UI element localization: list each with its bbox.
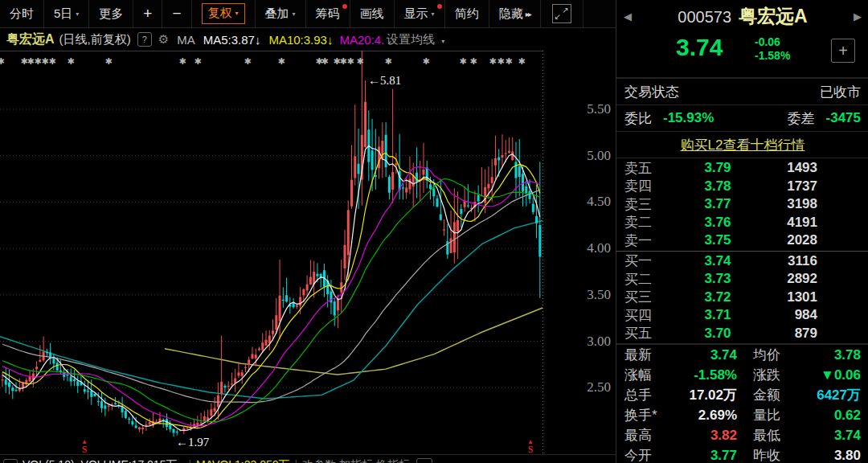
event-marker-icon[interactable]: ✱ (459, 56, 466, 66)
l2-link[interactable]: 购买L2查看十档行情 (681, 136, 805, 154)
weibi-value: -15.93% (663, 110, 714, 126)
weibi-row: 委比 -15.93% 委差 -3475 (616, 105, 868, 131)
overlay-button[interactable]: 叠加▾ (256, 0, 306, 27)
price-tick: 2.50 (553, 379, 611, 395)
event-marker-icon[interactable]: ✱ (27, 56, 34, 66)
ma-group-label: MA (177, 33, 195, 47)
event-marker-icon[interactable]: ✱ (277, 56, 285, 66)
price-tick: 3.50 (553, 287, 611, 303)
ask-row[interactable]: 卖二3.764191 (616, 214, 868, 232)
notification-dot (342, 4, 347, 9)
expand-icon: ↗↙ (552, 4, 571, 23)
event-marker-icon[interactable]: ✱ (356, 56, 363, 66)
ask-row[interactable]: 卖三3.773198 (616, 195, 868, 214)
tab-more[interactable]: 更多 (89, 0, 133, 27)
ask-row[interactable]: 卖一3.752028 (616, 232, 868, 250)
next-stock-arrow[interactable]: ▶ (854, 10, 862, 23)
stat-涨跌: 涨跌▼0.06 (745, 365, 868, 385)
tab-5day[interactable]: 5日▾ (44, 0, 89, 27)
bid-row[interactable]: 买四3.71984 (616, 306, 868, 325)
draw-line-button[interactable]: 画线 (350, 0, 395, 27)
weicha-value: -3475 (826, 110, 861, 126)
app-window: 分时5日▾更多+−复权▾叠加▾筹码画线显示▾简约隐藏▸▸↗↙ 粤宏远A (日线,… (0, 0, 868, 463)
stock-code: 000573 (678, 8, 731, 26)
collapse-icon[interactable]: ⌄ (416, 458, 432, 463)
expand-icon[interactable]: ↗↙ (541, 0, 583, 27)
chart-mode-label: (日线,前复权) (59, 32, 131, 47)
trade-status-value: 已收市 (820, 83, 861, 101)
quote-stats: 最新3.74均价3.78涨幅-1.58%涨跌▼0.06总手17.02万金额642… (616, 345, 868, 463)
simple-mode-button[interactable]: 简约 (445, 0, 489, 27)
event-marker-icon[interactable]: ✱ (48, 56, 55, 66)
event-marker-icon[interactable]: ✱ (321, 56, 328, 66)
volume-pane-header: VOL(5,10) VOLUME:17.015万 | MAVOL1:23.050… (0, 454, 619, 463)
event-marker-icon[interactable]: ✱ (505, 56, 512, 66)
candlestick-chart[interactable]: ✱✱✱✱✱✱✱✱✱✱✱✱✱✱✱✱✱✱✱✱✱✱✱✱✱✱▲S▲S←5.81←1.97 (0, 51, 547, 455)
quote-panel: ◀ 000573粤宏远A ▶ 3.74 -0.06-1.58% + 交易状态 已… (616, 0, 868, 463)
price-tick: 4.50 (553, 194, 611, 210)
bid-row[interactable]: 买三3.721301 (616, 289, 868, 307)
event-marker-icon[interactable]: ✱ (104, 56, 112, 66)
indicator-toggle-icon[interactable] (3, 459, 18, 463)
ask-row[interactable]: 卖四3.781737 (616, 178, 868, 196)
stock-name: 粤宏远A (739, 6, 808, 27)
ma10-legend: MA10:3.93↓ (268, 33, 333, 47)
prev-stock-arrow[interactable]: ◀ (624, 10, 632, 23)
toolbar: 分时5日▾更多+−复权▾叠加▾筹码画线显示▾简约隐藏▸▸↗↙ (0, 0, 616, 28)
event-marker-icon[interactable]: ✱ (67, 56, 74, 66)
stat-最新: 最新3.74 (616, 345, 745, 365)
mavol-value: MAVOL1:23.050万 (196, 458, 289, 463)
ask-row[interactable]: 卖五3.791493 (616, 159, 868, 178)
ma5-legend: MA5:3.87↓ (203, 33, 261, 47)
event-marker-icon[interactable]: ✱ (41, 56, 48, 66)
tab-minute-chart[interactable]: 分时 (0, 0, 44, 27)
double-arrow-icon: ▸▸ (526, 10, 530, 18)
event-marker-icon[interactable]: ✱ (0, 56, 5, 66)
zoom-in-button[interactable]: + (133, 0, 162, 27)
event-marker-icon[interactable]: ✱ (422, 56, 429, 66)
event-marker-icon[interactable]: ✱ (339, 56, 346, 66)
zoom-out-button[interactable]: − (162, 0, 191, 27)
stat-量比: 量比0.62 (745, 405, 868, 425)
price-annotation: ←1.97 (176, 436, 210, 449)
adjust-mode-button[interactable]: 复权▾ (192, 0, 256, 27)
divider: | (295, 458, 298, 463)
stat-换手*: 换手*2.69% (616, 405, 745, 425)
price-tick: 5.50 (553, 101, 611, 117)
event-marker-icon[interactable]: ✱ (346, 56, 354, 66)
stat-最高: 最高3.82 (616, 425, 745, 445)
display-button[interactable]: 显示▾ (395, 0, 445, 27)
stat-最低: 最低3.74 (745, 425, 868, 445)
chevron-down-icon: ▾ (293, 10, 296, 18)
gear-icon[interactable]: ⚙ (158, 32, 169, 47)
indicator-links[interactable]: 改参数 加指标 换指标 (302, 458, 410, 463)
bid-row[interactable]: 买五3.70879 (616, 325, 868, 343)
event-marker-icon[interactable]: ✱ (194, 56, 201, 66)
event-marker-icon[interactable]: ✱ (518, 56, 525, 66)
bid-row[interactable]: 买二3.732892 (616, 270, 868, 289)
dividend-s-icon[interactable]: S (528, 444, 534, 455)
event-marker-icon[interactable]: ✱ (497, 56, 504, 66)
dividend-s-icon[interactable]: S (82, 444, 88, 455)
chevron-down-icon: ▾ (235, 10, 239, 17)
stat-涨幅: 涨幅-1.58% (616, 365, 745, 385)
price-tick: 4.00 (553, 240, 611, 256)
help-icon[interactable]: ? (137, 32, 152, 47)
chips-button[interactable]: 筹码 (306, 0, 350, 27)
event-marker-icon[interactable]: ✱ (178, 56, 186, 66)
price-tick: 5.00 (553, 148, 611, 164)
event-marker-icon[interactable]: ✱ (34, 56, 41, 66)
ma-settings-dropdown[interactable]: 设置均线 ▾ (385, 32, 444, 47)
last-price: 3.74 (676, 34, 723, 61)
chevron-down-icon: ▾ (432, 10, 435, 18)
event-marker-icon[interactable]: ✱ (469, 56, 477, 66)
event-marker-icon[interactable]: ✱ (489, 56, 496, 66)
chart-stock-name: 粤宏远A (6, 31, 55, 48)
quote-header: ◀ 000573粤宏远A ▶ 3.74 -0.06-1.58% + (616, 0, 868, 77)
hide-button[interactable]: 隐藏▸▸ (489, 0, 541, 27)
event-marker-icon[interactable]: ✱ (244, 56, 251, 66)
add-to-watchlist-button[interactable]: + (831, 39, 855, 63)
bid-row[interactable]: 买一3.743116 (616, 252, 868, 271)
event-marker-icon[interactable]: ✱ (384, 56, 391, 66)
trade-status-row: 交易状态 已收市 (616, 79, 868, 104)
